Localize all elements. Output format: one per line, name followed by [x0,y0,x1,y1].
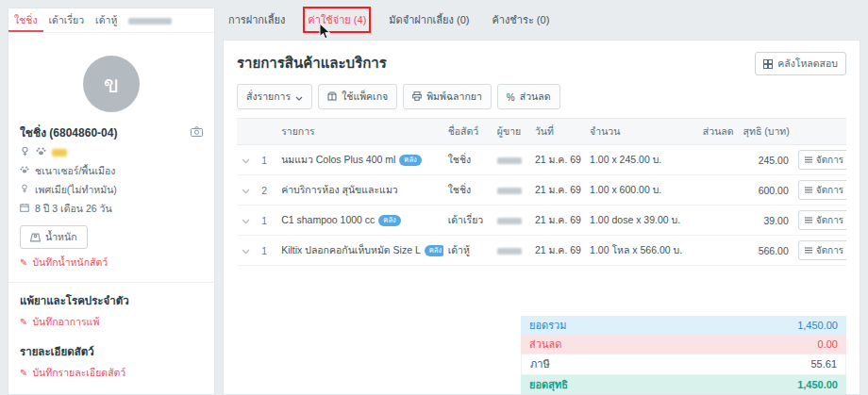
row-date: 21 ม.ค. 69 [530,206,585,236]
row-total: 566.00 [739,236,793,266]
main-tab[interactable]: มัดจำฝากเลี้ยง (0) [389,11,469,28]
table-row: 1C1 shampoo 1000 ccคลังเด้าเรี่ยว21 ม.ค.… [237,206,846,236]
row-total: 600.00 [739,175,793,206]
record-weight-link[interactable]: ✎ บันทึกน้ำหนักสัตว์ [20,253,203,272]
col-total: สุทธิ (บาท) [739,119,793,145]
main-tab[interactable]: ค่าใช้จ่าย (4) [308,11,366,28]
summary-totals: ยอดรวม1,450.00ส่วนลด0.00ภาษี55.61ยอดสุทธ… [521,316,846,394]
menu-icon [805,185,812,195]
camera-icon[interactable] [191,126,203,140]
summary-value: 1,450.00 [797,319,838,332]
pet-details: ชเนาเซอร์/พื้นเมืองเพศเมีย(ไม่ทำหมัน)8 ป… [20,161,203,218]
col-animal: ชื่อสัตว์ [443,119,492,145]
manage-button[interactable]: จัดการ [798,180,846,200]
row-date: 21 ม.ค. 69 [530,145,585,175]
toolbar-button[interactable]: พิมพ์ฉลากยา [403,84,492,109]
summary-label: ยอดรวม [529,319,567,332]
row-qty: 2 [252,175,276,206]
toolbar-button[interactable]: สั่งรายการ [237,84,312,109]
package-icon [327,91,337,103]
chevron-down-icon[interactable] [237,206,252,236]
row-discount [694,236,738,266]
main-tab[interactable]: การฝากเลี้ยง [228,11,285,28]
row-qty: 1 [252,206,276,236]
pet-detail-section-title: รายละเอียดสัตว์ [20,343,203,360]
chevron-down-icon[interactable] [237,236,252,266]
items-table: รายการ ชื่อสัตว์ ผู้ขาย วันที่ จำนวน ส่ว… [237,118,846,266]
calendar-icon [20,203,29,214]
redacted-text [128,18,172,25]
page-title: รายการสินค้าและบริการ [237,52,387,74]
chevron-down-icon[interactable] [237,175,252,206]
pencil-icon: ✎ [20,368,27,378]
table-header-row: รายการ ชื่อสัตว์ ผู้ขาย วันที่ จำนวน ส่ว… [237,119,846,145]
manage-button[interactable]: จัดการ [798,210,846,230]
manage-button[interactable]: จัดการ [798,150,846,170]
pet-sidebar: ใชชิ่งเด้าเรี่ยวเด้าหู้ ข ใชชิ่ง (680486… [8,8,215,395]
pet-tab[interactable]: เด้าเรี่ยว [43,8,91,32]
row-date: 21 ม.ค. 69 [530,175,585,206]
col-quantity: จำนวน [585,119,694,145]
pet-detail-text: ชเนาเซอร์/พื้นเมือง [35,163,115,179]
printer-icon [412,91,422,103]
summary-value: 1,450.00 [797,378,838,391]
toolbar-button-label: พิมพ์ฉลากยา [426,89,482,105]
main-tab[interactable]: ค้างชำระ (0) [492,11,549,28]
record-allergy-link[interactable]: ✎ บันทึกอาการแพ้ [20,312,203,332]
pet-detail-row: 8 ปี 3 เดือน 26 วัน [20,199,203,218]
row-animal: ใชชิ่ง [443,145,492,175]
redacted-text [497,157,522,164]
vip-badge [52,149,67,156]
pet-avatar: ข [83,56,140,112]
summary-label: ส่วนลด [529,337,561,351]
summary-row-discount: ส่วนลด0.00 [521,335,846,354]
paw-icon [36,146,46,158]
manage-button[interactable]: จัดการ [798,240,846,260]
allergy-section-title: แพ้ยาและโรคประจำตัว [20,292,203,309]
discount-button[interactable]: %ส่วนลด [497,84,560,109]
row-animal: เด้าเรี่ยว [443,206,492,236]
table-row: 1Kiltix ปลอกคอกันเห็บหมัด Size Lคลังเด้า… [237,236,846,266]
mouse-cursor [319,23,331,41]
scale-icon [30,233,41,242]
pet-tab[interactable]: เด้าหู้ [90,8,123,32]
stock-badge: คลัง [378,215,400,226]
table-row: 1นมแมว Colos Plus 400 mlคลังใชชิ่ง21 ม.ค… [237,145,846,175]
stock-load-button[interactable]: คลังโหลดสอบ [755,52,846,75]
billing-card: รายการสินค้าและบริการ คลังโหลดสอบ สั่งรา… [223,40,860,395]
row-qty: 1 [252,236,276,266]
menu-icon [805,215,812,225]
redacted-text [497,188,522,194]
pet-tab[interactable] [123,8,177,32]
pencil-icon: ✎ [20,257,27,268]
pet-name: ใชชิ่ง (6804860-04) [20,123,117,141]
row-seller [492,236,530,266]
summary-value: 55.61 [810,357,837,370]
pet-detail-row: เพศเมีย(ไม่ทำหมัน) [20,180,203,199]
summary-label: ยอดสุทธิ [529,378,568,391]
row-item-name: ค่าบริการห้อง สุนัขและแมว [276,175,443,206]
row-quantity-price: 1.00 x 600.00 บ. [585,175,694,206]
row-item-name: Kiltix ปลอกคอกันเห็บหมัด Size Lคลัง [276,236,443,266]
summary-row-net: ยอดสุทธิ1,450.00 [521,375,846,394]
row-animal: เด้าหู้ [443,236,492,266]
pet-tab[interactable]: ใชชิ่ง [8,8,43,32]
record-detail-link[interactable]: ✎ บันทึกรายละเอียดสัตว์ [20,363,203,383]
row-quantity-price: 1.00 dose x 39.00 บ. [585,206,694,236]
row-date: 21 ม.ค. 69 [530,236,585,266]
paw-icon [20,165,29,176]
row-total: 245.00 [739,145,793,175]
row-animal: ใชชิ่ง [443,175,492,206]
toolbar: สั่งรายการใช้แพ็คเกจพิมพ์ฉลากยา%ส่วนลด [224,84,860,118]
col-item: รายการ [276,119,443,145]
grid-icon [763,59,773,69]
row-total: 39.00 [739,206,793,236]
toolbar-button[interactable]: ใช้แพ็คเกจ [318,84,397,109]
weight-button[interactable]: น้ำหนัก [20,225,88,249]
row-discount [694,206,738,236]
chevron-down-icon[interactable] [237,145,252,175]
main-tabs: การฝากเลี้ยงค่าใช้จ่าย (4)มัดจำฝากเลี้ยง… [223,8,860,32]
col-date: วันที่ [530,119,585,145]
row-seller [492,145,530,175]
row-quantity-price: 1.00 x 245.00 บ. [585,145,694,175]
